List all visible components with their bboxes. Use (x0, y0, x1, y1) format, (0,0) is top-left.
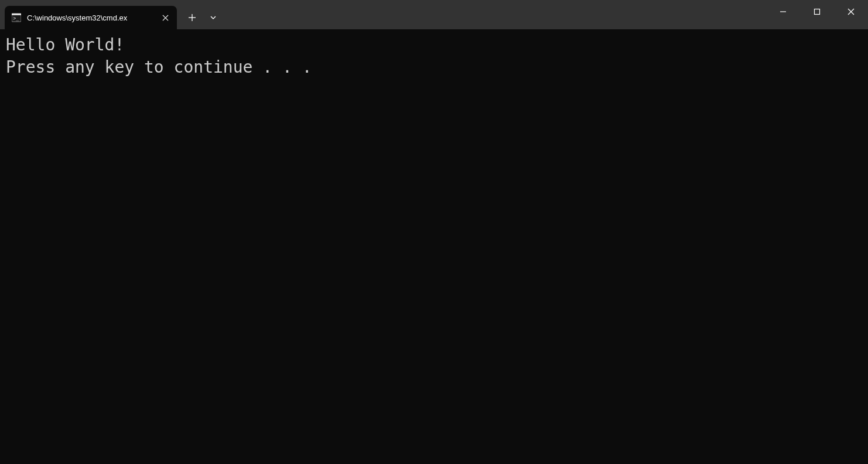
maximize-icon (814, 8, 821, 15)
tabs-area: >_ C:\windows\system32\cmd.ex (0, 0, 224, 29)
terminal-line: Hello World! (6, 34, 862, 56)
tab-title: C:\windows\system32\cmd.ex (27, 13, 156, 22)
terminal-line: Press any key to continue . . . (6, 56, 862, 79)
titlebar: >_ C:\windows\system32\cmd.ex (0, 0, 868, 29)
close-icon (162, 15, 169, 21)
tab-cmd[interactable]: >_ C:\windows\system32\cmd.ex (5, 6, 177, 29)
tab-close-button[interactable] (159, 12, 171, 23)
plus-icon (189, 14, 196, 21)
cmd-icon: >_ (12, 13, 21, 22)
maximize-button[interactable] (800, 0, 834, 23)
tab-dropdown-button[interactable] (203, 7, 224, 28)
new-tab-button[interactable] (182, 7, 203, 28)
minimize-icon (780, 8, 787, 15)
chevron-down-icon (210, 14, 217, 21)
close-window-button[interactable] (834, 0, 868, 23)
close-icon (848, 8, 855, 15)
svg-rect-8 (815, 9, 820, 15)
svg-rect-1 (12, 13, 21, 15)
terminal-output[interactable]: Hello World! Press any key to continue .… (0, 29, 868, 464)
svg-text:>_: >_ (13, 16, 19, 21)
window-controls (766, 0, 868, 29)
minimize-button[interactable] (766, 0, 800, 23)
